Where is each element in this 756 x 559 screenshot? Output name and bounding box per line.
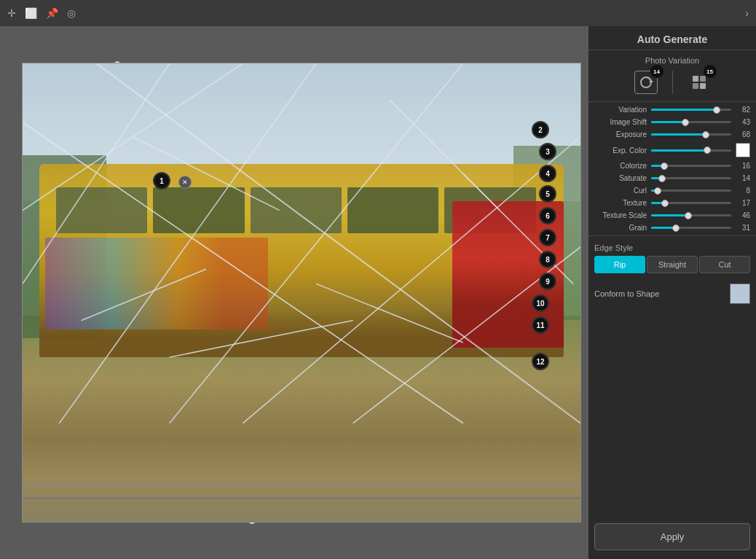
train-photo (23, 63, 580, 522)
canvas-image (22, 63, 581, 523)
edge-style-label: Edge Style (594, 243, 750, 252)
texture-scale-value: 46 (736, 211, 750, 219)
conform-swatch[interactable] (730, 284, 750, 304)
colorize-value: 16 (736, 162, 750, 170)
edge-btn-rip[interactable]: Rip (594, 256, 645, 273)
image-shift-value: 43 (736, 118, 750, 126)
texture-slider[interactable] (651, 202, 731, 204)
crop-tool-icon[interactable]: ⬜ (25, 7, 37, 19)
step-badge-12: 12 (532, 353, 549, 370)
panel-title: Auto Generate (588, 26, 756, 50)
curl-label: Curl (594, 187, 647, 195)
svg-rect-20 (693, 83, 698, 89)
exposure-label: Exposure (594, 130, 647, 138)
curl-slider-row: Curl 8 (588, 184, 756, 197)
pin-tool-icon[interactable]: 📌 (46, 7, 58, 19)
edge-style-section: Edge Style Rip Straight Cut (588, 238, 756, 276)
grain-value: 31 (736, 224, 750, 232)
step-badge-7: 7 (539, 229, 556, 246)
curl-value: 8 (736, 187, 750, 195)
canvas-image-wrapper (22, 63, 581, 523)
edge-btn-cut[interactable]: Cut (699, 256, 750, 273)
texture-value: 17 (736, 199, 750, 207)
colorize-slider[interactable] (651, 165, 731, 167)
saturate-value: 14 (736, 174, 750, 182)
exp-color-label: Exp. Color (594, 146, 647, 155)
exp-color-slider[interactable] (651, 149, 731, 152)
variation-icons-row: 14 15 (588, 68, 756, 100)
toolbar: ✛ ⬜ 📌 ◎ › (0, 0, 756, 26)
variation-slider-row: Variation 82 (588, 103, 756, 116)
svg-rect-21 (700, 83, 706, 89)
image-shift-label: Image Shift (594, 118, 647, 126)
variation-divider (672, 71, 673, 94)
texture-label: Texture (594, 199, 647, 207)
svg-marker-17 (649, 79, 653, 82)
colorize-label: Colorize (594, 162, 647, 170)
step-badge-10: 10 (532, 294, 549, 312)
step-badge-3: 3 (539, 143, 556, 160)
edge-btn-straight[interactable]: Straight (647, 256, 698, 273)
apply-section: Apply (588, 515, 756, 559)
curl-slider[interactable] (651, 189, 731, 192)
exposure-value: 68 (736, 130, 750, 138)
move-tool-icon[interactable]: ✛ (7, 7, 16, 19)
texture-scale-slider[interactable] (651, 214, 731, 216)
photo-variation-label: Photo Variation (588, 50, 756, 68)
step-badge-11: 11 (532, 316, 549, 334)
step-badge-5: 5 (539, 185, 556, 203)
image-shift-slider-row: Image Shift 43 (588, 116, 756, 128)
step-badge-9: 9 (539, 273, 556, 290)
edge-buttons: Rip Straight Cut (594, 256, 750, 273)
canvas-area: ✕ 1 2 3 4 5 6 7 8 9 10 11 12 13 (0, 26, 588, 559)
conform-label: Conform to Shape (594, 289, 724, 298)
main-area: ✕ 1 2 3 4 5 6 7 8 9 10 11 12 13 Auto Gen… (0, 26, 756, 559)
saturate-slider[interactable] (651, 177, 731, 179)
expand-chevron-icon[interactable]: › (745, 7, 749, 19)
exposure-slider-row: Exposure 68 (588, 128, 756, 141)
exp-color-swatch[interactable] (736, 143, 750, 157)
apply-button[interactable]: Apply (594, 523, 750, 550)
texture-slider-row: Texture 17 (588, 197, 756, 209)
grain-label: Grain (594, 224, 647, 232)
variation-icon-1-wrapper: 14 (634, 71, 658, 94)
right-panel: Auto Generate Photo Variation 14 (588, 26, 756, 559)
divider-2 (588, 235, 756, 236)
step-badge-1: 1 (153, 172, 170, 189)
texture-scale-label: Texture Scale (594, 211, 647, 219)
step-badge-2: 2 (532, 121, 549, 138)
variation-value: 82 (736, 106, 750, 114)
shape-tool-icon[interactable]: ◎ (67, 7, 76, 19)
exp-color-slider-row: Exp. Color (588, 141, 756, 160)
texture-scale-slider-row: Texture Scale 46 (588, 209, 756, 222)
variation-icon-2-wrapper: 15 (688, 71, 711, 94)
conform-row: Conform to Shape (588, 276, 756, 311)
spacer (588, 311, 756, 515)
exposure-slider[interactable] (651, 133, 731, 136)
close-badge[interactable]: ✕ (178, 176, 192, 189)
step-badge-14: 14 (650, 65, 664, 78)
saturate-slider-row: Saturate 14 (588, 172, 756, 184)
grain-slider-row: Grain 31 (588, 222, 756, 234)
divider-1 (588, 101, 756, 102)
grain-slider[interactable] (651, 227, 731, 229)
svg-rect-18 (693, 76, 698, 82)
variation-label: Variation (594, 106, 647, 114)
step-badge-4: 4 (539, 165, 556, 182)
colorize-slider-row: Colorize 16 (588, 160, 756, 172)
saturate-label: Saturate (594, 174, 647, 182)
step-badge-15: 15 (704, 65, 717, 78)
image-shift-slider[interactable] (651, 121, 731, 123)
step-badge-6: 6 (539, 207, 556, 224)
variation-slider[interactable] (651, 109, 731, 111)
step-badge-8: 8 (539, 251, 556, 268)
svg-rect-19 (700, 76, 706, 82)
